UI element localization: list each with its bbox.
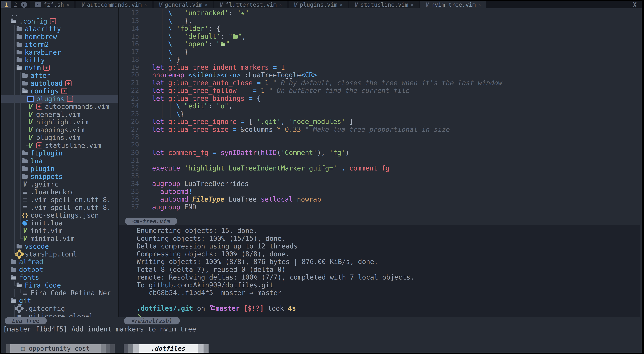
code-segment: 1 — [265, 79, 269, 87]
tab-close-icon[interactable]: × — [144, 2, 147, 8]
segment-stripe — [204, 344, 208, 353]
close-all-icon[interactable]: X — [633, 1, 642, 8]
folder-open-glyph — [11, 276, 16, 280]
tab-nvim-tree.vim[interactable]: Vnvim-tree.vim× — [420, 1, 486, 8]
tree-item-.config[interactable]: .config+ — [1, 17, 118, 25]
tab-close-icon[interactable]: × — [205, 2, 208, 8]
tree-item-starship.toml[interactable]: starship.toml — [1, 250, 118, 258]
tree-item-git[interactable]: git — [1, 297, 118, 305]
tab-general.vim[interactable]: Vgeneral.vim× — [154, 1, 213, 8]
tree-item-snippets[interactable]: snippets — [1, 173, 118, 181]
refresh-icon[interactable]: ← — [20, 1, 28, 8]
tab-close-icon[interactable]: × — [279, 2, 282, 8]
tree-item-.luacheckrc[interactable]: ≡.luacheckrc — [1, 188, 118, 196]
code-segment — [337, 164, 341, 172]
tree-item-minimal.vim[interactable]: Vminimal.vim — [1, 235, 118, 243]
code-segment — [236, 118, 240, 125]
tree-item-plugins[interactable]: plugins+ — [1, 95, 118, 103]
tree-item-general.vim[interactable]: Vgeneral.vim — [1, 110, 118, 118]
terminal-line: Compressing objects: 100% (8/8), done. — [137, 250, 640, 258]
code-segment: g:lua_tree_indent_markers — [168, 63, 269, 71]
tree-item-.gitconfig[interactable]: .gitconfig — [1, 305, 118, 313]
tree-item-init.vim[interactable]: Vinit.vim — [1, 227, 118, 235]
tree-item-plugins.vim[interactable]: Vplugins.vim — [1, 134, 118, 142]
tree-item-iterm2[interactable]: iterm2 — [1, 40, 118, 48]
line-number: 34 — [119, 180, 146, 188]
tree-item-karabiner[interactable]: karabiner — [1, 48, 118, 56]
tmux-window-dotfiles[interactable]: .dotfiles — [139, 344, 198, 353]
tab-close-icon[interactable]: × — [66, 2, 69, 8]
tab-label: autocommands.vim — [87, 1, 142, 8]
tree-item-statusline.vim[interactable]: V+statusline.vim — [1, 142, 118, 149]
tree-item-label: init.vim — [30, 227, 63, 235]
tree-item-label: configs — [30, 87, 59, 95]
line-number: 15 — [119, 32, 146, 40]
tree-item-init.lua[interactable]: init.lua — [1, 219, 118, 227]
tree-item-dotbot[interactable]: dotbot — [1, 266, 118, 274]
tree-item-vscode[interactable]: vscode — [1, 243, 118, 250]
tab-number-other[interactable]: 2 — [11, 1, 20, 8]
tree-item-autoload[interactable]: autoload+ — [1, 79, 118, 87]
terminal-split[interactable]: Enumerating objects: 15, done.Counting o… — [119, 225, 640, 317]
code-segment: hlID — [261, 149, 277, 156]
tree-item-alacritty[interactable]: alacritty — [1, 25, 118, 33]
tab-number-current[interactable]: 1 — [1, 1, 11, 8]
tree-item-nvim[interactable]: nvim+ — [1, 64, 118, 72]
tree-item-autocommands.vim[interactable]: V+autocommands.vim — [1, 103, 118, 110]
terminal-icon — [35, 2, 41, 7]
terminal-segment: cb68b54..f1bd4f5 master → master — [137, 289, 282, 297]
tree-item-after[interactable]: after — [1, 72, 118, 79]
code-segment — [172, 40, 184, 48]
tree-item-label: coc-settings.json — [30, 211, 99, 219]
tree-item-fonts[interactable]: fonts — [1, 274, 118, 281]
code-editor[interactable]: 12 │ \ 'untracked': "★"13 │ \ },14 │ \ '… — [119, 8, 642, 218]
tab-close-icon[interactable]: × — [410, 2, 414, 8]
tree-item-alfred[interactable]: alfred — [1, 258, 118, 266]
terminal-line: remote: Resolving deltas: 100% (7/7), co… — [137, 273, 640, 281]
lua-glyph — [22, 221, 28, 226]
tab-plugins.vim[interactable]: Vplugins.vim× — [289, 1, 348, 8]
code-segment — [245, 94, 249, 102]
code-segment: g:lua_tree_ignore — [168, 118, 236, 125]
tab-statusline.vim[interactable]: Vstatusline.vim× — [350, 1, 418, 8]
code-segment: , — [242, 32, 246, 40]
terminal-segment: Compressing objects: 100% (8/8), done. — [137, 250, 290, 258]
tree-item-..[interactable]: .. — [1, 9, 118, 17]
tree-item-.gvimrc[interactable]: V.gvimrc — [1, 180, 118, 188]
folder-glyph — [11, 268, 16, 272]
tree-item-mappings.vim[interactable]: Vmappings.vim — [1, 126, 118, 134]
modified-badge: + — [61, 88, 68, 94]
vim-icon: V — [220, 1, 223, 8]
line-number: 12 — [119, 9, 146, 17]
tree-item-Fira Code[interactable]: Fira Code — [1, 281, 118, 289]
tab-label: nvim-tree.vim — [431, 1, 476, 8]
code-segment: = — [273, 63, 277, 71]
tree-item-highlight.vim[interactable]: Vhighlight.vim — [1, 118, 118, 126]
code-text: augroup END — [146, 203, 196, 211]
tree-item-Fira Code Retina Ner[interactable]: ≡Fira Code Retina Ner — [1, 289, 118, 297]
tree-item-ftplugin[interactable]: ftplugin — [1, 149, 118, 157]
tree-item-configs[interactable]: configs+ — [1, 87, 118, 95]
tmux-window-opportunity-cost[interactable]: □ opportunity_cost — [10, 344, 100, 353]
code-segment: \ — [176, 110, 180, 118]
tab-fluttertest.vim[interactable]: Vfluttertest.vim× — [214, 1, 287, 8]
tab-close-icon[interactable]: × — [340, 2, 343, 8]
tab-autocommands.vim[interactable]: Vautocommands.vim× — [76, 1, 152, 8]
segment-stripe — [106, 344, 110, 353]
code-text — [146, 157, 152, 164]
tab-close-icon[interactable]: × — [478, 2, 481, 8]
tab-fzf.sh[interactable]: fzf.sh× — [30, 1, 74, 8]
vim-icon: V — [81, 1, 85, 8]
tree-item-homebrew[interactable]: homebrew — [1, 33, 118, 41]
line-number: 36 — [119, 195, 146, 203]
tree-item-.vim-spell-en.utf-8.[interactable]: ≡.vim-spell-en.utf-8. — [1, 196, 118, 204]
tree-item-.gitignore_global[interactable]: ≡.gitignore_global — [1, 313, 118, 317]
tree-item-coc-settings.json[interactable]: {}coc-settings.json — [1, 211, 118, 219]
tree-item-.vim-spell-en.utf-8.[interactable]: ≡.vim-spell-en.utf-8. — [1, 204, 118, 212]
tree-item-label: ftplugin — [30, 149, 63, 157]
tree-item-kitty[interactable]: kitty — [1, 56, 118, 64]
tree-item-plugin[interactable]: plugin — [1, 165, 118, 173]
vim-glyph: V — [23, 227, 27, 235]
tree-item-lua[interactable]: lua — [1, 157, 118, 165]
code-segment — [221, 43, 226, 46]
